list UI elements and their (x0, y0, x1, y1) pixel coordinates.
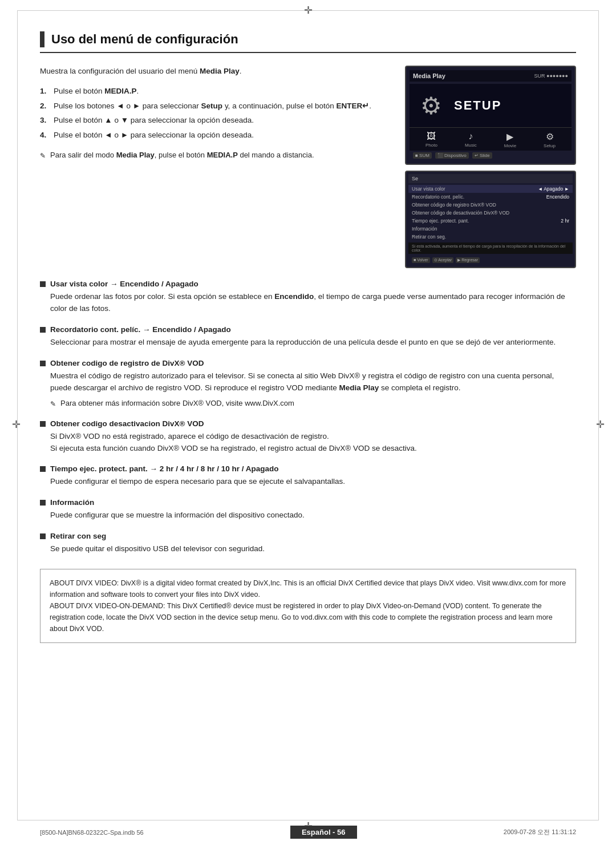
section-usar-vista-title: Usar vista color → Encendido / Apagado (50, 280, 198, 288)
screen2-row-4: Obtener código de desactivación DivX® VO… (408, 209, 573, 217)
screen2-row-1: Usar vista color ◄ Apagado ► (408, 185, 573, 193)
nav-photo: 🖼 Photo (425, 131, 437, 148)
screen2-row-5: Tiempo ejec. protect. pant. 2 hr (408, 217, 573, 225)
screen2-row-6: Información (408, 225, 573, 233)
section-usar-vista: Usar vista color → Encendido / Apagado P… (40, 280, 576, 315)
sections-container: Usar vista color → Encendido / Apagado P… (40, 280, 576, 555)
page-footer: [8500-NA]BN68-02322C-Spa.indb 56 Español… (40, 826, 576, 839)
nav-setup: ⚙ Setup (544, 131, 556, 148)
section-bullet (40, 466, 46, 472)
footer-center: Español - 56 (290, 826, 357, 839)
screen1-bottombar: ■ SUM ⬛ Dispositivo ↵ Slide (410, 151, 572, 160)
screen2-bottombar: ■ Volver ⊙ Aceptar ▶ Regresar (408, 256, 573, 265)
setup-text: SETUP (454, 98, 501, 113)
section-retirar: Retirar con seg Se puede quitar el dispo… (40, 532, 576, 555)
section-retirar-body: Se puede quitar el dispositivo USB del t… (50, 543, 576, 555)
section-obtener-registro-header: Obtener codigo de registro de DivX® VOD (40, 359, 576, 367)
screen2-footer: Si está activada, aumenta el tiempo de c… (408, 242, 573, 254)
section-desactivacion: Obtener codigo desactivacion DivX® VOD S… (40, 419, 576, 455)
page-title: Uso del menú de configuración (51, 32, 238, 47)
screen1-nav: 🖼 Photo ♪ Music ▶ Movie ⚙ (410, 127, 572, 151)
section-obtener-registro: Obtener codigo de registro de DivX® VOD … (40, 359, 576, 409)
section-recordatorio-title: Recordatorio cont. pelíc. → Encendido / … (50, 325, 231, 334)
gear-icon: ⚙ (420, 92, 442, 120)
intro-text: Muestra la configuración del usuario del… (40, 66, 391, 77)
section-tiempo: Tiempo ejec. protect. pant. → 2 hr / 4 h… (40, 464, 576, 488)
note-icon: ✎ (40, 151, 46, 161)
screen2-row-7: Retirar con seg. (408, 233, 573, 241)
section-recordatorio: Recordatorio cont. pelíc. → Encendido / … (40, 325, 576, 349)
crosshair-top-icon: ✛ (302, 5, 314, 16)
section-bullet (40, 421, 46, 427)
setup-gear: ⚙ (414, 88, 448, 123)
content-layout: Muestra la configuración del usuario del… (40, 66, 576, 268)
nav-movie: ▶ Movie (504, 131, 516, 148)
section-informacion-header: Información (40, 498, 576, 507)
screen2-row-2: Recordatorio cont. pelíc. Encendido (408, 193, 573, 201)
section-informacion-title: Información (50, 498, 94, 507)
section-bullet (40, 533, 46, 539)
section-informacion: Información Puede configurar que se mues… (40, 498, 576, 521)
step-3: 3. Pulse el botón ▲ o ▼ para seleccionar… (40, 114, 391, 127)
crosshair-right-icon: ✛ (594, 419, 606, 430)
step-4: 4. Pulse el botón ◄ o ► para seleccionar… (40, 129, 391, 142)
note-icon-2: ✎ (50, 399, 56, 409)
section-tiempo-title: Tiempo ejec. protect. pant. → 2 hr / 4 h… (50, 464, 279, 473)
note-item: ✎ Para salir del modo Media Play, pulse … (40, 149, 391, 161)
screen2-header: Se (408, 174, 573, 183)
screen1-body: ⚙ SETUP (410, 84, 572, 127)
section-tiempo-header: Tiempo ejec. protect. pant. → 2 hr / 4 h… (40, 464, 576, 473)
crosshair-left-icon: ✛ (10, 419, 22, 430)
screen1-info: SUR ●●●●●●● (534, 73, 568, 79)
section-desactivacion-body: Si DivX® VOD no está registrado, aparece… (50, 431, 576, 455)
screen2-row-3: Obtener código de registro DivX® VOD (408, 201, 573, 209)
section-usar-vista-body: Puede ordenar las fotos por color. Si es… (50, 291, 576, 315)
section-recordatorio-body: Seleccionar para mostrar el mensaje de a… (50, 337, 576, 349)
divx-box: ABOUT DIVX VIDEO: DivX® is a digital vid… (40, 569, 576, 643)
right-border (598, 10, 599, 820)
footer-right: 2009-07-28 오전 11:31:12 (504, 828, 576, 836)
main-content: Uso del menú de configuración Muestra la… (0, 0, 616, 689)
section-obtener-registro-title: Obtener codigo de registro de DivX® VOD (50, 359, 204, 367)
divx-text: ABOUT DIVX VIDEO: DivX® is a digital vid… (50, 579, 566, 633)
section-desactivacion-title: Obtener codigo desactivacion DivX® VOD (50, 419, 204, 428)
section-informacion-body: Puede configurar que se muestre la infor… (50, 510, 576, 521)
note-divx: ✎ Para obtener más información sobre Div… (50, 398, 576, 409)
step-2: 2. Pulse los botones ◄ o ► para seleccio… (40, 100, 391, 112)
section-tiempo-body: Puede configurar el tiempo de espera nec… (50, 476, 576, 488)
section-desactivacion-header: Obtener codigo desactivacion DivX® VOD (40, 419, 576, 428)
section-retirar-header: Retirar con seg (40, 532, 576, 540)
section-bullet (40, 361, 46, 366)
section-bullet (40, 281, 46, 287)
right-column: Media Play SUR ●●●●●●● ⚙ SETUP 🖼 Photo (405, 66, 576, 268)
page-title-container: Uso del menú de configuración (40, 31, 576, 53)
nav-music: ♪ Music (465, 131, 477, 148)
section-bullet (40, 500, 46, 506)
section-retirar-title: Retirar con seg (50, 532, 106, 540)
step-list: 1. Pulse el botón MEDIA.P. 2. Pulse los … (40, 85, 391, 141)
screen1-title: Media Play (413, 72, 445, 79)
screen-mockup-1: Media Play SUR ●●●●●●● ⚙ SETUP 🖼 Photo (405, 66, 576, 165)
section-bullet (40, 327, 46, 333)
section-usar-vista-header: Usar vista color → Encendido / Apagado (40, 280, 576, 288)
page-container: ✛ ✛ ✛ ✛ Uso del menú de configuración Mu… (0, 0, 616, 849)
left-border (17, 10, 18, 820)
footer-left: [8500-NA]BN68-02322C-Spa.indb 56 (40, 829, 144, 836)
section-obtener-registro-body: Muestra el código de registro autorizado… (50, 370, 576, 409)
step-1: 1. Pulse el botón MEDIA.P. (40, 85, 391, 98)
left-column: Muestra la configuración del usuario del… (40, 66, 391, 268)
title-accent (40, 31, 44, 47)
screen-mockup-2: Se Usar vista color ◄ Apagado ► Recordat… (405, 171, 576, 268)
section-recordatorio-header: Recordatorio cont. pelíc. → Encendido / … (40, 325, 576, 334)
screen1-header: Media Play SUR ●●●●●●● (410, 70, 572, 82)
